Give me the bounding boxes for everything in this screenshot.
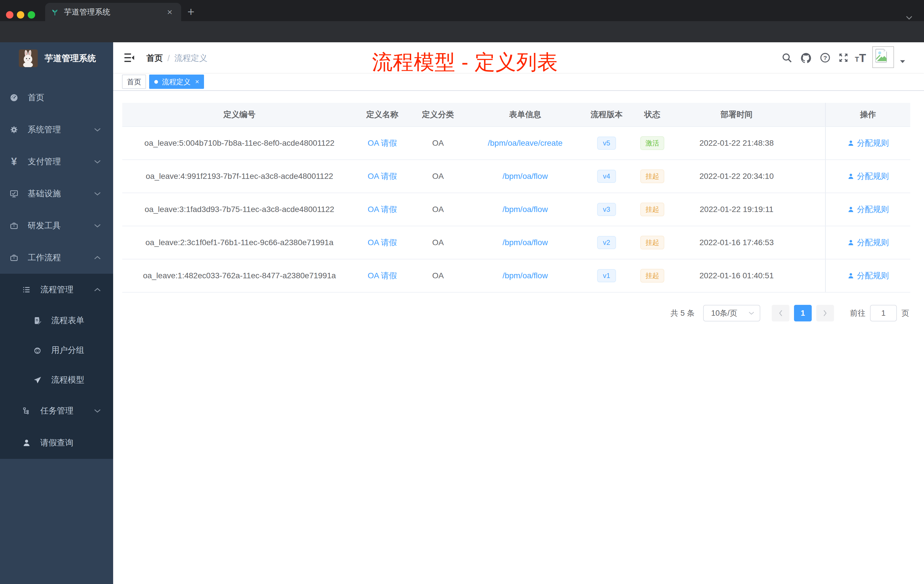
sidebar-item-leave-query[interactable]: 请假查询 xyxy=(0,427,113,459)
table-row: oa_leave:1:482ec033-762a-11ec-8477-a2380… xyxy=(122,259,910,292)
annotation-title: 流程模型 - 定义列表 xyxy=(372,49,558,76)
cell-category: OA xyxy=(408,193,468,226)
fullscreen-icon[interactable] xyxy=(838,52,849,63)
tab-close-icon[interactable]: × xyxy=(165,7,175,17)
definition-table: 定义编号 定义名称 定义分类 表单信息 流程版本 状态 部署时间 操作 oa_l… xyxy=(122,103,910,292)
pagination-total: 共 5 条 xyxy=(671,308,695,318)
form-link[interactable]: /bpm/oa/flow xyxy=(503,271,548,280)
traffic-light-minimize[interactable] xyxy=(17,11,24,18)
person-icon xyxy=(22,438,31,447)
assign-rule-label: 分配规则 xyxy=(857,237,889,248)
sidebar-item-process-model[interactable]: 流程模型 xyxy=(0,365,113,395)
next-page-button[interactable] xyxy=(816,305,834,322)
tag-current-label: 流程定义 xyxy=(162,77,191,87)
sidebar-logo-row[interactable]: 芋道管理系统 xyxy=(0,42,113,74)
briefcase-icon xyxy=(10,221,18,230)
definition-name-link[interactable]: OA 请假 xyxy=(368,270,397,281)
chevron-down-icon xyxy=(94,159,101,164)
browser-chrome: 芋道管理系统 × + 不安全 xyxy=(0,0,924,42)
sidebar-item-label: 任务管理 xyxy=(40,405,73,417)
new-tab-button[interactable]: + xyxy=(187,6,195,18)
page-unit-label: 页 xyxy=(901,308,909,318)
chevron-up-icon xyxy=(94,256,101,260)
sidebar-item-system-management[interactable]: 系统管理 xyxy=(0,114,113,146)
chevron-up-icon xyxy=(94,287,101,292)
avatar[interactable] xyxy=(872,46,894,68)
sidebar-item-process-form[interactable]: 流程表单 xyxy=(0,306,113,335)
github-icon[interactable] xyxy=(800,52,812,64)
sidebar-item-home[interactable]: 首页 xyxy=(0,82,113,114)
list-tree-icon xyxy=(22,285,31,294)
workflow-submenu: 流程管理 流程表单 用户分组 流程模型 xyxy=(0,274,113,459)
paper-plane-icon xyxy=(33,375,42,384)
tag-close-icon[interactable]: × xyxy=(195,78,199,86)
tag-home[interactable]: 首页 xyxy=(122,74,146,89)
assign-rule-button[interactable]: 分配规则 xyxy=(847,204,889,215)
sidebar-item-label: 工作流程 xyxy=(28,252,61,264)
goto-label: 前往 xyxy=(850,308,865,318)
cell-filler xyxy=(799,193,825,226)
briefcase-icon xyxy=(10,253,18,262)
breadcrumb-home[interactable]: 首页 xyxy=(146,53,163,64)
definition-name-link[interactable]: OA 请假 xyxy=(368,237,397,248)
definition-name-link[interactable]: OA 请假 xyxy=(368,204,397,215)
goto-page-input[interactable] xyxy=(870,305,897,322)
yen-icon: ¥ xyxy=(10,157,18,166)
sidebar-item-label: 支付管理 xyxy=(28,156,61,167)
search-icon[interactable] xyxy=(781,52,792,63)
browser-tab[interactable]: 芋道管理系统 × xyxy=(45,3,181,21)
sidebar-item-workflow[interactable]: 工作流程 xyxy=(0,242,113,274)
page-size-value: 10条/页 xyxy=(711,308,738,318)
assign-rule-button[interactable]: 分配规则 xyxy=(847,237,889,248)
browser-toolbar: 不安全 dashboard.yudao.iocoder.cn/bpm/manag… xyxy=(0,21,924,42)
cell-deploy-time: 2022-01-16 17:46:53 xyxy=(674,226,799,259)
form-link[interactable]: /bpm/oa/leave/create xyxy=(488,139,563,148)
definition-name-link[interactable]: OA 请假 xyxy=(368,171,397,182)
font-size-icon[interactable]: TT xyxy=(855,53,866,63)
form-link[interactable]: /bpm/oa/flow xyxy=(503,238,548,247)
cell-definition-id: oa_leave:3:1fad3d93-7b75-11ec-a3c8-acde4… xyxy=(122,193,356,226)
assign-rule-label: 分配规则 xyxy=(857,270,889,281)
traffic-light-close[interactable] xyxy=(6,11,13,18)
status-badge: 挂起 xyxy=(640,236,664,249)
version-badge: v3 xyxy=(597,203,616,216)
form-edit-icon xyxy=(33,316,42,325)
cell-filler xyxy=(799,226,825,259)
sidebar-item-user-group[interactable]: 用户分组 xyxy=(0,335,113,365)
sidebar-item-infrastructure[interactable]: 基础设施 xyxy=(0,178,113,210)
table-row: oa_leave:4:991f2193-7b7f-11ec-a3c8-acde4… xyxy=(122,160,910,193)
sidebar-item-payment-management[interactable]: ¥ 支付管理 xyxy=(0,146,113,178)
dashboard-icon xyxy=(10,93,18,102)
status-badge: 挂起 xyxy=(640,170,664,183)
gear-icon xyxy=(10,125,18,134)
assign-rule-button[interactable]: 分配规则 xyxy=(847,270,889,281)
chevron-down-icon xyxy=(748,311,754,315)
sidebar-item-dev-tools[interactable]: 研发工具 xyxy=(0,210,113,242)
avatar-caret-icon xyxy=(899,59,906,64)
sidebar-toggle-icon[interactable] xyxy=(123,51,135,64)
prev-page-button[interactable] xyxy=(772,305,789,322)
sidebar-item-process-management[interactable]: 流程管理 xyxy=(0,274,113,306)
tree-icon xyxy=(22,406,31,416)
col-header-definition-name: 定义名称 xyxy=(356,103,408,126)
screenshot-root: 芋道管理系统 × + 不安全 xyxy=(0,0,924,584)
sidebar-item-label: 请假查询 xyxy=(40,437,73,449)
assign-rule-button[interactable]: 分配规则 xyxy=(847,171,889,182)
form-link[interactable]: /bpm/oa/flow xyxy=(503,172,548,181)
tab-search-chevron-icon[interactable] xyxy=(905,15,913,21)
page-size-select[interactable]: 10条/页 xyxy=(703,305,760,322)
traffic-light-zoom[interactable] xyxy=(28,11,35,18)
version-badge: v1 xyxy=(597,269,616,282)
assign-rule-button[interactable]: 分配规则 xyxy=(847,138,889,148)
user-face-icon xyxy=(33,346,42,355)
definition-name-link[interactable]: OA 请假 xyxy=(368,138,397,148)
sidebar: 芋道管理系统 首页 系统管理 ¥ 支付管理 基础设施 xyxy=(0,42,113,584)
col-header-deploy-time: 部署时间 xyxy=(674,103,799,126)
tag-process-definition[interactable]: 流程定义 × xyxy=(149,74,204,89)
table-row: oa_leave:2:3c1f0ef1-76b1-11ec-9c66-a2380… xyxy=(122,226,910,259)
form-link[interactable]: /bpm/oa/flow xyxy=(503,205,548,214)
sidebar-item-task-management[interactable]: 任务管理 xyxy=(0,395,113,427)
current-page-button[interactable]: 1 xyxy=(794,305,812,322)
help-icon[interactable]: ? xyxy=(819,52,831,63)
status-badge: 挂起 xyxy=(640,203,664,216)
